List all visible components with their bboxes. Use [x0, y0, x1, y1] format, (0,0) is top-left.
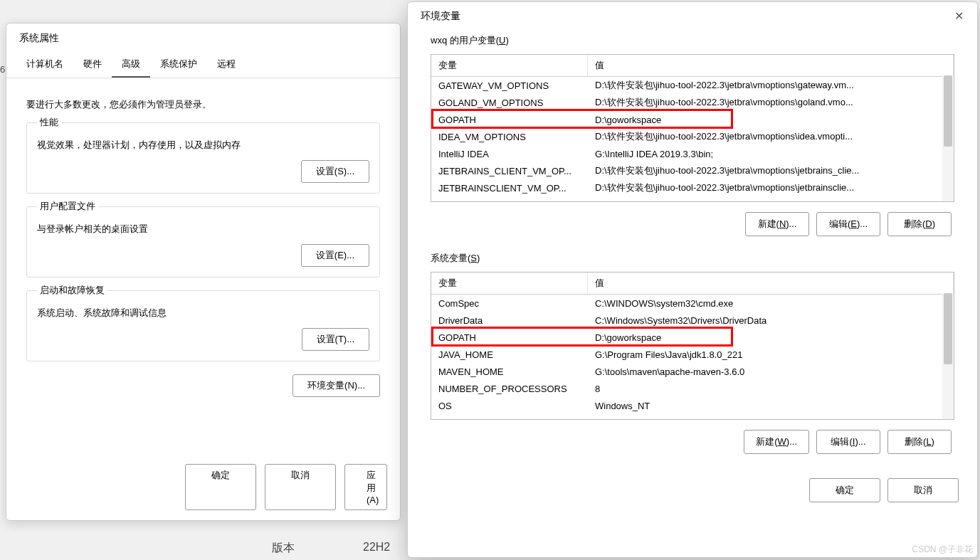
var-name: DriverData — [431, 313, 588, 328]
var-value: Windows_NT — [588, 398, 954, 413]
close-icon[interactable]: ✕ — [952, 9, 966, 23]
table-row[interactable]: GOLAND_VM_OPTIONSD:\软件安装包\jihuo-tool-202… — [431, 94, 954, 111]
var-name: OS — [431, 398, 588, 413]
user-col-name[interactable]: 变量 — [431, 55, 588, 76]
sysprops-tabs: 计算机名 硬件 高级 系统保护 远程 — [6, 52, 400, 78]
settings-startup-recovery-button[interactable]: 设置(T)... — [302, 328, 369, 351]
tab-hardware[interactable]: 硬件 — [73, 52, 112, 78]
bg-version-label: 版本 — [272, 541, 295, 556]
sys-scrollbar[interactable] — [942, 293, 954, 419]
table-row[interactable]: OSWindows_NT — [431, 397, 954, 414]
group-startup-recovery-title: 启动和故障恢复 — [37, 284, 107, 297]
group-performance: 性能 视觉效果，处理器计划，内存使用，以及虚拟内存 设置(S)... — [26, 122, 380, 194]
var-value: G:\Program Files\Java\jdk1.8.0_221 — [588, 347, 954, 362]
user-vars-legend: wxq 的用户变量(U) — [428, 34, 512, 47]
sys-col-name[interactable]: 变量 — [431, 273, 588, 294]
table-row[interactable]: GATEWAY_VM_OPTIONSD:\软件安装包\jihuo-tool-20… — [431, 77, 954, 94]
env-title: 环境变量 — [421, 10, 460, 23]
var-value: D:\goworkspace — [588, 330, 954, 345]
var-name: ComSpec — [431, 296, 588, 311]
var-value: 8 — [588, 381, 954, 396]
user-new-button[interactable]: 新建(N)... — [745, 212, 809, 236]
table-row[interactable]: ComSpecC:\WINDOWS\system32\cmd.exe — [431, 295, 954, 312]
sysprops-title: 系统属性 — [6, 23, 400, 52]
var-name: GOLAND_VM_OPTIONS — [431, 95, 588, 110]
var-value: D:\软件安装包\jihuo-tool-2022.3\jetbra\vmopti… — [588, 162, 954, 179]
user-col-value[interactable]: 值 — [588, 55, 954, 76]
var-value: D:\软件安装包\jihuo-tool-2022.3\jetbra\vmopti… — [588, 179, 954, 196]
user-delete-button[interactable]: 删除(D) — [887, 212, 952, 236]
user-vars-fieldset: wxq 的用户变量(U) 变量 值 GATEWAY_VM_OPTIONSD:\软… — [423, 40, 961, 248]
environment-variables-button[interactable]: 环境变量(N)... — [293, 374, 380, 397]
bg-version-value: 22H2 — [363, 541, 390, 554]
watermark: CSDN @子非花 — [912, 544, 973, 556]
table-row[interactable]: JETBRAINSCLIENT_VM_OP...D:\软件安装包\jihuo-t… — [431, 179, 954, 196]
var-name: JAVA_HOME — [431, 347, 588, 362]
var-name: NUMBER_OF_PROCESSORS — [431, 381, 588, 396]
tab-computer-name[interactable]: 计算机名 — [16, 52, 73, 78]
group-user-profiles-title: 用户配置文件 — [37, 200, 98, 213]
var-value: D:\软件安装包\jihuo-tool-2022.3\jetbra\vmopti… — [588, 128, 954, 145]
group-startup-recovery-desc: 系统启动、系统故障和调试信息 — [37, 307, 369, 319]
var-name: GOPATH — [431, 330, 588, 345]
group-performance-desc: 视觉效果，处理器计划，内存使用，以及虚拟内存 — [37, 139, 369, 152]
sys-new-button[interactable]: 新建(W)... — [744, 430, 809, 454]
group-performance-title: 性能 — [37, 116, 61, 129]
group-user-profiles: 用户配置文件 与登录帐户相关的桌面设置 设置(E)... — [26, 206, 380, 278]
env-cancel-button[interactable]: 取消 — [887, 478, 959, 502]
sysprops-ok-button[interactable]: 确定 — [185, 464, 256, 510]
sysprops-cancel-button[interactable]: 取消 — [265, 464, 336, 510]
user-vars-table[interactable]: 变量 值 GATEWAY_VM_OPTIONSD:\软件安装包\jihuo-to… — [431, 54, 954, 202]
table-row[interactable]: MAVEN_HOMEG:\tools\maven\apache-maven-3.… — [431, 363, 954, 380]
table-row[interactable]: IDEA_VM_OPTIONSD:\软件安装包\jihuo-tool-2022.… — [431, 128, 954, 145]
table-row[interactable]: JETBRAINS_CLIENT_VM_OP...D:\软件安装包\jihuo-… — [431, 162, 954, 179]
table-row[interactable]: NUMBER_OF_PROCESSORS8 — [431, 380, 954, 397]
var-name: IDEA_VM_OPTIONS — [431, 130, 588, 144]
table-row[interactable]: JAVA_HOMEG:\Program Files\Java\jdk1.8.0_… — [431, 346, 954, 363]
var-value: D:\软件安装包\jihuo-tool-2022.3\jetbra\vmopti… — [588, 94, 954, 111]
var-value: D:\软件安装包\jihuo-tool-2022.3\jetbra\vmopti… — [588, 77, 954, 94]
sysprops-intro: 要进行大多数更改，您必须作为管理员登录。 — [26, 98, 380, 111]
group-startup-recovery: 启动和故障恢复 系统启动、系统故障和调试信息 设置(T)... — [26, 290, 380, 361]
user-edit-button[interactable]: 编辑(E)... — [816, 212, 880, 236]
var-value: D:\goworkspace — [588, 112, 954, 127]
group-user-profiles-desc: 与登录帐户相关的桌面设置 — [37, 223, 369, 236]
settings-performance-button[interactable]: 设置(S)... — [301, 160, 369, 183]
var-name: GATEWAY_VM_OPTIONS — [431, 78, 588, 93]
table-row[interactable]: IntelliJ IDEAG:\IntelliJ IDEA 2019.3.3\b… — [431, 145, 954, 162]
sys-delete-button[interactable]: 删除(L) — [887, 430, 952, 454]
var-name: MAVEN_HOME — [431, 364, 588, 379]
var-name: JETBRAINS_CLIENT_VM_OP... — [431, 164, 588, 179]
var-name: JETBRAINSCLIENT_VM_OP... — [431, 181, 588, 196]
table-row[interactable]: GOPATHD:\goworkspace — [431, 111, 954, 128]
var-name: GOPATH — [431, 112, 588, 127]
user-scrollbar[interactable] — [942, 75, 954, 201]
var-value: C:\WINDOWS\system32\cmd.exe — [588, 296, 954, 311]
system-vars-fieldset: 系统变量(S) 变量 值 ComSpecC:\WINDOWS\system32\… — [423, 258, 961, 465]
tab-system-protection[interactable]: 系统保护 — [150, 52, 207, 78]
system-properties-dialog: 系统属性 计算机名 硬件 高级 系统保护 远程 要进行大多数更改，您必须作为管理… — [6, 23, 401, 521]
var-value: G:\IntelliJ IDEA 2019.3.3\bin; — [588, 147, 954, 162]
table-row[interactable]: DriverDataC:\Windows\System32\Drivers\Dr… — [431, 312, 954, 329]
table-row[interactable]: GOPATHD:\goworkspace — [431, 329, 954, 346]
system-vars-table[interactable]: 变量 值 ComSpecC:\WINDOWS\system32\cmd.exeD… — [431, 272, 954, 420]
tab-advanced[interactable]: 高级 — [112, 52, 150, 78]
var-name: IntelliJ IDEA — [431, 147, 588, 162]
bg-6: 6 — [0, 64, 5, 75]
environment-variables-dialog: 环境变量 ✕ wxq 的用户变量(U) 变量 值 GATEWAY_VM_OPTI… — [407, 1, 978, 558]
var-value: G:\tools\maven\apache-maven-3.6.0 — [588, 364, 954, 379]
tab-remote[interactable]: 远程 — [207, 52, 246, 78]
system-vars-legend: 系统变量(S) — [428, 252, 483, 265]
env-ok-button[interactable]: 确定 — [809, 478, 880, 502]
sys-edit-button[interactable]: 编辑(I)... — [816, 430, 880, 454]
var-value: C:\Windows\System32\Drivers\DriverData — [588, 313, 954, 328]
sysprops-apply-button[interactable]: 应用(A) — [344, 464, 387, 510]
settings-user-profiles-button[interactable]: 设置(E)... — [301, 244, 369, 267]
sys-col-value[interactable]: 值 — [588, 273, 954, 294]
